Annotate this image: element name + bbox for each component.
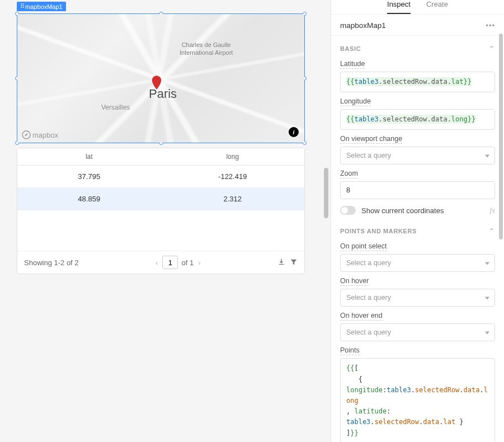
section-points-label: POINTS AND MARKERS bbox=[340, 228, 417, 234]
on-point-select-label: On point select bbox=[340, 242, 387, 251]
on-viewport-change-label: On viewport change bbox=[340, 135, 402, 144]
download-icon[interactable] bbox=[277, 258, 285, 267]
inspector-tabs: Inspect Create bbox=[331, 0, 504, 15]
scrollbar-thumb[interactable] bbox=[324, 168, 328, 218]
filter-icon[interactable] bbox=[290, 258, 298, 267]
map-label-cdg: Charles de Gaulle International Airport bbox=[180, 41, 233, 57]
inspector-header: mapboxMap1 ••• bbox=[331, 15, 504, 36]
chevron-up-icon[interactable]: ⌃ bbox=[489, 227, 495, 235]
cell-long: -122.419 bbox=[161, 166, 305, 187]
table-footer: Showing 1-2 of 2 ‹ of 1 › bbox=[17, 251, 304, 274]
chevron-up-icon[interactable]: ⌃ bbox=[489, 45, 495, 53]
zoom-input[interactable] bbox=[340, 181, 495, 199]
map-marker-icon[interactable] bbox=[150, 76, 163, 88]
select-placeholder: Select a query bbox=[340, 289, 495, 307]
table-header: lat long bbox=[17, 148, 304, 166]
component-name[interactable]: mapboxMap1 bbox=[340, 21, 386, 30]
canvas-scrollbar[interactable] bbox=[322, 0, 331, 442]
section-basic-label: BASIC bbox=[340, 45, 361, 52]
points-label: Points bbox=[340, 346, 360, 355]
on-hover-label: On hover bbox=[340, 277, 369, 286]
inspector-scrollbar-thumb[interactable] bbox=[499, 34, 503, 239]
drag-handle-icon: ⠿ bbox=[20, 3, 23, 10]
show-coords-label: Show current coordinates bbox=[361, 206, 484, 215]
fx-icon[interactable]: fx bbox=[490, 206, 495, 215]
col-long[interactable]: long bbox=[161, 148, 305, 165]
showing-text: Showing 1-2 of 2 bbox=[24, 258, 79, 267]
section-points-markers[interactable]: POINTS AND MARKERS ⌃ bbox=[331, 218, 504, 237]
map-label-versailles: Versailles bbox=[101, 104, 130, 111]
pager: ‹ of 1 › bbox=[154, 256, 201, 269]
next-page-icon[interactable]: › bbox=[197, 258, 201, 267]
component-badge[interactable]: ⠿ mapboxMap1 bbox=[17, 2, 66, 11]
cell-long: 2.312 bbox=[161, 188, 305, 210]
select-placeholder: Select a query bbox=[340, 254, 495, 272]
points-code-input[interactable]: {{[ { longitude:table3.selectedRow.data.… bbox=[340, 358, 495, 442]
info-icon[interactable]: i bbox=[289, 127, 299, 137]
cell-lat: 37.795 bbox=[17, 166, 161, 187]
component-badge-label: mapboxMap1 bbox=[25, 3, 63, 10]
mapbox-map[interactable]: Charles de Gaulle International Airport … bbox=[17, 14, 304, 143]
tab-inspect[interactable]: Inspect bbox=[387, 0, 411, 14]
longitude-input[interactable]: {{table3.selectedRow.data.long}} bbox=[340, 109, 495, 130]
tab-create[interactable]: Create bbox=[426, 0, 448, 14]
on-hover-end-select[interactable]: Select a query bbox=[340, 323, 495, 341]
table-empty-space bbox=[17, 210, 304, 251]
select-placeholder: Select a query bbox=[340, 147, 495, 164]
on-viewport-change-select[interactable]: Select a query bbox=[340, 147, 495, 164]
inspector-panel: Inspect Create mapboxMap1 ••• BASIC ⌃ La… bbox=[331, 0, 504, 442]
show-coords-toggle[interactable] bbox=[340, 206, 356, 215]
page-input[interactable] bbox=[162, 256, 178, 269]
prev-page-icon[interactable]: ‹ bbox=[154, 258, 159, 267]
table-row[interactable]: 37.795 -122.419 bbox=[17, 166, 304, 188]
data-table: lat long 37.795 -122.419 48.859 2.312 Sh… bbox=[17, 148, 305, 274]
col-lat[interactable]: lat bbox=[17, 148, 161, 165]
latitude-label: Latitude bbox=[340, 60, 365, 69]
table-row[interactable]: 48.859 2.312 bbox=[17, 188, 304, 210]
section-basic[interactable]: BASIC ⌃ bbox=[331, 36, 504, 55]
on-hover-end-label: On hover end bbox=[340, 312, 383, 321]
select-placeholder: Select a query bbox=[340, 323, 495, 341]
mapbox-logo-text: mapbox bbox=[32, 131, 58, 139]
mapbox-logo: mapbox bbox=[22, 130, 58, 139]
canvas-area: ⠿ mapboxMap1 Charles de Gaulle Internati… bbox=[0, 0, 322, 442]
zoom-label: Zoom bbox=[340, 170, 358, 178]
map-component-frame[interactable]: ⠿ mapboxMap1 Charles de Gaulle Internati… bbox=[17, 13, 305, 143]
on-point-select-select[interactable]: Select a query bbox=[340, 254, 495, 272]
longitude-label: Longitude bbox=[340, 97, 371, 106]
page-of-text: of 1 bbox=[181, 258, 194, 267]
cell-lat: 48.859 bbox=[17, 188, 161, 210]
on-hover-select[interactable]: Select a query bbox=[340, 289, 495, 307]
latitude-input[interactable]: {{table3.selectedRow.data.lat}} bbox=[340, 72, 495, 92]
more-menu-icon[interactable]: ••• bbox=[486, 21, 495, 30]
